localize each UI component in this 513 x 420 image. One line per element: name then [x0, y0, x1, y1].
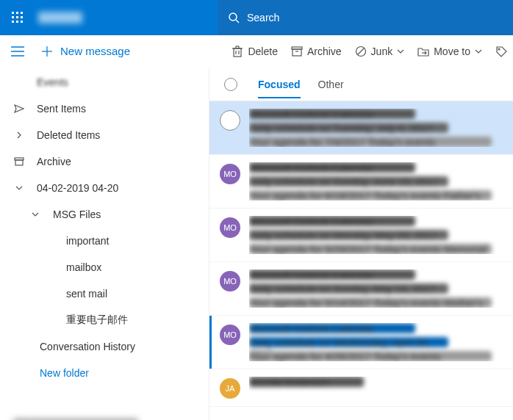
junk-label: Junk [371, 46, 393, 57]
sidebar-promo [0, 408, 209, 420]
folder-label: 04-02-2019 04-20 [37, 182, 118, 194]
message-subject: Daily schedule on Sunday, June 18, 2017 [249, 176, 448, 187]
main-area: Events Sent Items Deleted Items Archive … [0, 68, 513, 420]
svg-rect-1 [16, 12, 18, 14]
delete-button[interactable]: Delete [232, 46, 277, 57]
message-preview: Your agenda for 4/26/2017 Today's events… [249, 351, 492, 361]
message-preview: Your agenda for 7/4/2017 Today's events … [249, 137, 492, 147]
folder-label: Archive [37, 156, 71, 167]
avatar: JA [220, 378, 240, 399]
menu-icon[interactable] [0, 46, 35, 57]
svg-point-9 [229, 13, 237, 21]
chevron-down-icon [397, 46, 404, 57]
app-launcher-icon[interactable] [0, 0, 35, 35]
new-folder-link[interactable]: New folder [0, 360, 209, 386]
folder-important[interactable]: important [0, 228, 209, 254]
svg-rect-3 [12, 16, 14, 18]
svg-rect-2 [21, 12, 23, 14]
message-subject: Daily schedule on Wednesday, April 26, 2… [249, 337, 448, 347]
message-sender: Microsoft Outlook Calendar [249, 269, 415, 280]
sent-icon [13, 104, 25, 113]
avatar: MO [220, 164, 240, 184]
message-item[interactable]: MO Microsoft Outlook Calendar Daily sche… [209, 316, 513, 369]
svg-line-27 [357, 48, 364, 54]
svg-rect-8 [21, 21, 23, 23]
folder-dated[interactable]: 04-02-2019 04-20 [0, 175, 209, 201]
folder-mailbox[interactable]: mailbox [0, 254, 209, 280]
svg-rect-4 [16, 16, 18, 18]
plus-icon [41, 46, 53, 57]
avatar: MO [220, 271, 240, 292]
message-pane: Focused Other Microsoft Outlook Calendar… [209, 68, 513, 420]
message-sender: Jennife Anderson [249, 377, 364, 387]
junk-icon [355, 46, 367, 57]
folder-conversation-history[interactable]: Conversation History [0, 333, 209, 360]
new-message-label: New message [60, 45, 130, 57]
svg-rect-24 [293, 49, 301, 56]
new-message-button[interactable]: New message [35, 45, 130, 57]
tab-focused[interactable]: Focused [258, 71, 301, 98]
message-sender: Microsoft Outlook Calendar [249, 109, 415, 119]
svg-rect-5 [21, 16, 23, 18]
message-item[interactable]: MO Microsoft Outlook Calendar Daily sche… [209, 155, 513, 209]
message-subject: Daily schedule on Sunday, May 14, 2017 [249, 283, 448, 294]
move-to-label: Move to [434, 46, 470, 57]
folder-label: New folder [40, 367, 89, 379]
tag-icon [495, 46, 507, 57]
folder-msg-files[interactable]: MSG Files [0, 201, 209, 228]
more-button[interactable] [495, 46, 507, 57]
message-sender: Microsoft Outlook Calendar [249, 216, 415, 226]
folder-label: Conversation History [40, 341, 135, 352]
delete-label: Delete [248, 46, 277, 57]
chevron-down-icon [29, 211, 41, 217]
svg-rect-0 [12, 12, 14, 14]
folder-label: 重要电子邮件 [66, 314, 128, 327]
svg-rect-31 [15, 160, 23, 165]
svg-rect-16 [234, 48, 241, 57]
search-bar[interactable] [218, 0, 513, 35]
chevron-down-icon [13, 185, 25, 191]
svg-point-29 [498, 48, 500, 50]
archive-icon [291, 46, 303, 57]
search-input[interactable] [247, 12, 503, 23]
archive-button[interactable]: Archive [291, 46, 342, 57]
trash-icon [232, 46, 243, 57]
folder-archive[interactable]: Archive [0, 148, 209, 175]
avatar [220, 110, 240, 131]
message-item[interactable]: MO Microsoft Outlook Calendar Daily sche… [209, 262, 513, 316]
tab-other[interactable]: Other [318, 71, 344, 98]
move-icon [417, 46, 429, 57]
archive-label: Archive [307, 46, 342, 57]
brand-label [38, 12, 82, 23]
junk-button[interactable]: Junk [355, 46, 405, 57]
inbox-tabs: Focused Other [209, 68, 513, 101]
chevron-right-icon [13, 131, 25, 139]
folder-label: Events [37, 76, 68, 88]
folder-label: MSG Files [53, 209, 101, 220]
folder-sent-items[interactable]: Sent Items [0, 95, 209, 122]
avatar: MO [220, 217, 240, 238]
message-sender: Microsoft Outlook Calendar [249, 162, 415, 173]
folder-important-cn[interactable]: 重要电子邮件 [0, 307, 209, 333]
move-to-button[interactable]: Move to [417, 46, 482, 57]
command-bar: New message Delete Archive Junk [0, 35, 513, 68]
folder-sidebar: Events Sent Items Deleted Items Archive … [0, 68, 209, 420]
message-item[interactable]: Microsoft Outlook Calendar Daily schedul… [209, 101, 513, 155]
folder-sent-mail[interactable]: sent mail [0, 280, 209, 307]
folder-label: sent mail [66, 288, 107, 300]
folder-label: important [66, 235, 109, 247]
message-sender: Microsoft Outlook Calendar [249, 323, 415, 333]
message-subject: Daily schedule on Tuesday, July 4, 2017 [249, 123, 448, 133]
select-all-checkbox[interactable] [224, 78, 237, 91]
folder-deleted-items[interactable]: Deleted Items [0, 122, 209, 148]
folder-events[interactable]: Events [0, 69, 209, 95]
svg-rect-7 [16, 21, 18, 23]
message-item[interactable]: MO Microsoft Outlook Calendar Daily sche… [209, 209, 513, 262]
message-list: Microsoft Outlook Calendar Daily schedul… [209, 101, 513, 420]
folder-label: Deleted Items [37, 129, 100, 141]
message-item[interactable]: JA Jennife Anderson [209, 369, 513, 407]
svg-rect-6 [12, 21, 14, 23]
search-icon [228, 12, 240, 23]
avatar: MO [220, 325, 240, 345]
folder-label: Sent Items [37, 103, 86, 115]
